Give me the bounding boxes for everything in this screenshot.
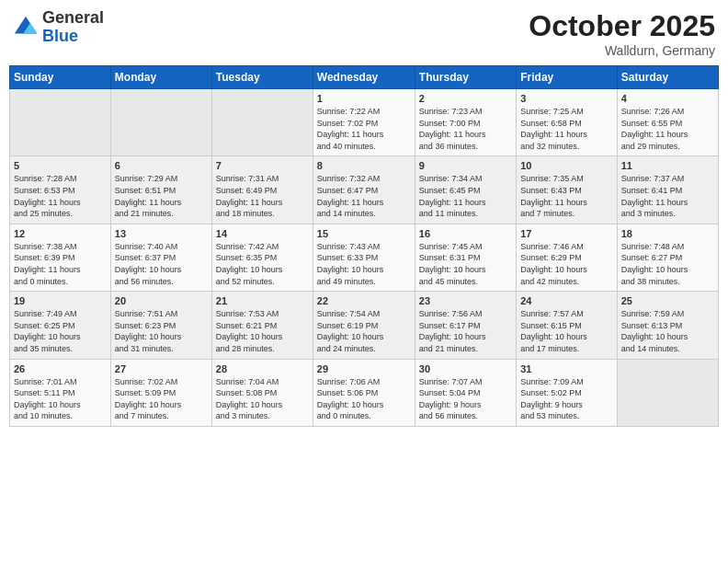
calendar-cell: 10Sunrise: 7:35 AM Sunset: 6:43 PM Dayli…	[517, 156, 617, 224]
cell-content: Sunrise: 7:57 AM Sunset: 6:15 PM Dayligh…	[520, 308, 612, 354]
logo-text: General Blue	[42, 9, 104, 46]
calendar-week-row: 19Sunrise: 7:49 AM Sunset: 6:25 PM Dayli…	[10, 292, 719, 359]
cell-content: Sunrise: 7:28 AM Sunset: 6:53 PM Dayligh…	[14, 173, 107, 219]
day-number: 1	[317, 93, 411, 104]
day-number: 30	[419, 363, 512, 374]
day-number: 25	[621, 295, 714, 306]
day-number: 7	[216, 160, 309, 171]
cell-content: Sunrise: 7:26 AM Sunset: 6:55 PM Dayligh…	[621, 106, 714, 152]
calendar-cell: 8Sunrise: 7:32 AM Sunset: 6:47 PM Daylig…	[313, 156, 415, 224]
cell-content: Sunrise: 7:07 AM Sunset: 5:04 PM Dayligh…	[419, 376, 512, 422]
cell-content: Sunrise: 7:25 AM Sunset: 6:58 PM Dayligh…	[520, 106, 612, 152]
day-number: 2	[419, 93, 512, 104]
day-number: 14	[216, 228, 309, 239]
cell-content: Sunrise: 7:56 AM Sunset: 6:17 PM Dayligh…	[419, 308, 512, 354]
calendar-cell: 29Sunrise: 7:06 AM Sunset: 5:06 PM Dayli…	[313, 359, 415, 426]
page-header: General Blue October 2025 Walldurn, Germ…	[9, 9, 719, 58]
weekday-header: Wednesday	[313, 66, 415, 89]
cell-content: Sunrise: 7:54 AM Sunset: 6:19 PM Dayligh…	[317, 308, 411, 354]
calendar-cell: 25Sunrise: 7:59 AM Sunset: 6:13 PM Dayli…	[617, 292, 718, 359]
cell-content: Sunrise: 7:43 AM Sunset: 6:33 PM Dayligh…	[317, 241, 411, 287]
calendar-cell: 27Sunrise: 7:02 AM Sunset: 5:09 PM Dayli…	[110, 359, 211, 426]
day-number: 8	[317, 160, 411, 171]
cell-content: Sunrise: 7:02 AM Sunset: 5:09 PM Dayligh…	[115, 376, 208, 422]
cell-content: Sunrise: 7:31 AM Sunset: 6:49 PM Dayligh…	[216, 173, 309, 219]
cell-content: Sunrise: 7:40 AM Sunset: 6:37 PM Dayligh…	[115, 241, 208, 287]
calendar-cell: 17Sunrise: 7:46 AM Sunset: 6:29 PM Dayli…	[517, 224, 617, 291]
cell-content: Sunrise: 7:53 AM Sunset: 6:21 PM Dayligh…	[216, 308, 309, 354]
cell-content: Sunrise: 7:23 AM Sunset: 7:00 PM Dayligh…	[419, 106, 512, 152]
calendar-cell: 14Sunrise: 7:42 AM Sunset: 6:35 PM Dayli…	[211, 224, 313, 291]
logo-general: General	[42, 8, 104, 27]
day-number: 20	[115, 295, 208, 306]
day-number: 9	[419, 160, 512, 171]
location: Walldurn, Germany	[529, 43, 715, 58]
day-number: 15	[317, 228, 411, 239]
day-number: 19	[14, 295, 107, 306]
calendar-cell: 26Sunrise: 7:01 AM Sunset: 5:11 PM Dayli…	[10, 359, 111, 426]
cell-content: Sunrise: 7:22 AM Sunset: 7:02 PM Dayligh…	[317, 106, 411, 152]
day-number: 12	[14, 228, 107, 239]
logo: General Blue	[13, 9, 104, 46]
day-number: 26	[14, 363, 107, 374]
calendar-cell: 16Sunrise: 7:45 AM Sunset: 6:31 PM Dayli…	[415, 224, 516, 291]
weekday-header: Friday	[517, 66, 617, 89]
day-number: 18	[621, 228, 714, 239]
calendar-cell	[617, 359, 718, 426]
calendar-cell: 7Sunrise: 7:31 AM Sunset: 6:49 PM Daylig…	[211, 156, 313, 224]
cell-content: Sunrise: 7:06 AM Sunset: 5:06 PM Dayligh…	[317, 376, 411, 422]
cell-content: Sunrise: 7:49 AM Sunset: 6:25 PM Dayligh…	[14, 308, 107, 354]
cell-content: Sunrise: 7:42 AM Sunset: 6:35 PM Dayligh…	[216, 241, 309, 287]
day-number: 27	[115, 363, 208, 374]
weekday-header: Saturday	[617, 66, 718, 89]
calendar: SundayMondayTuesdayWednesdayThursdayFrid…	[9, 65, 719, 427]
calendar-cell: 2Sunrise: 7:23 AM Sunset: 7:00 PM Daylig…	[415, 89, 516, 156]
calendar-cell: 31Sunrise: 7:09 AM Sunset: 5:02 PM Dayli…	[517, 359, 617, 426]
cell-content: Sunrise: 7:51 AM Sunset: 6:23 PM Dayligh…	[115, 308, 208, 354]
cell-content: Sunrise: 7:45 AM Sunset: 6:31 PM Dayligh…	[419, 241, 512, 287]
calendar-week-row: 12Sunrise: 7:38 AM Sunset: 6:39 PM Dayli…	[10, 224, 719, 291]
calendar-cell: 9Sunrise: 7:34 AM Sunset: 6:45 PM Daylig…	[415, 156, 516, 224]
day-number: 23	[419, 295, 512, 306]
day-number: 31	[520, 363, 612, 374]
calendar-cell: 22Sunrise: 7:54 AM Sunset: 6:19 PM Dayli…	[313, 292, 415, 359]
cell-content: Sunrise: 7:01 AM Sunset: 5:11 PM Dayligh…	[14, 376, 107, 422]
calendar-cell: 15Sunrise: 7:43 AM Sunset: 6:33 PM Dayli…	[313, 224, 415, 291]
day-number: 22	[317, 295, 411, 306]
weekday-header: Tuesday	[211, 66, 313, 89]
day-number: 11	[621, 160, 714, 171]
calendar-cell: 19Sunrise: 7:49 AM Sunset: 6:25 PM Dayli…	[10, 292, 111, 359]
calendar-cell: 23Sunrise: 7:56 AM Sunset: 6:17 PM Dayli…	[415, 292, 516, 359]
calendar-cell: 4Sunrise: 7:26 AM Sunset: 6:55 PM Daylig…	[617, 89, 718, 156]
calendar-cell: 6Sunrise: 7:29 AM Sunset: 6:51 PM Daylig…	[110, 156, 211, 224]
day-number: 16	[419, 228, 512, 239]
calendar-week-row: 26Sunrise: 7:01 AM Sunset: 5:11 PM Dayli…	[10, 359, 719, 426]
calendar-cell: 24Sunrise: 7:57 AM Sunset: 6:15 PM Dayli…	[517, 292, 617, 359]
cell-content: Sunrise: 7:29 AM Sunset: 6:51 PM Dayligh…	[115, 173, 208, 219]
calendar-cell: 21Sunrise: 7:53 AM Sunset: 6:21 PM Dayli…	[211, 292, 313, 359]
day-number: 28	[216, 363, 309, 374]
cell-content: Sunrise: 7:37 AM Sunset: 6:41 PM Dayligh…	[621, 173, 714, 219]
logo-blue: Blue	[42, 27, 78, 45]
weekday-header: Monday	[110, 66, 211, 89]
calendar-cell: 28Sunrise: 7:04 AM Sunset: 5:08 PM Dayli…	[211, 359, 313, 426]
day-number: 3	[520, 93, 612, 104]
cell-content: Sunrise: 7:35 AM Sunset: 6:43 PM Dayligh…	[520, 173, 612, 219]
cell-content: Sunrise: 7:48 AM Sunset: 6:27 PM Dayligh…	[621, 241, 714, 287]
calendar-cell: 3Sunrise: 7:25 AM Sunset: 6:58 PM Daylig…	[517, 89, 617, 156]
calendar-cell: 30Sunrise: 7:07 AM Sunset: 5:04 PM Dayli…	[415, 359, 516, 426]
cell-content: Sunrise: 7:59 AM Sunset: 6:13 PM Dayligh…	[621, 308, 714, 354]
title-block: October 2025 Walldurn, Germany	[529, 9, 715, 58]
day-number: 5	[14, 160, 107, 171]
calendar-cell: 18Sunrise: 7:48 AM Sunset: 6:27 PM Dayli…	[617, 224, 718, 291]
cell-content: Sunrise: 7:46 AM Sunset: 6:29 PM Dayligh…	[520, 241, 612, 287]
day-number: 10	[520, 160, 612, 171]
day-number: 21	[216, 295, 309, 306]
day-number: 6	[115, 160, 208, 171]
calendar-cell	[10, 89, 111, 156]
calendar-cell: 13Sunrise: 7:40 AM Sunset: 6:37 PM Dayli…	[110, 224, 211, 291]
cell-content: Sunrise: 7:34 AM Sunset: 6:45 PM Dayligh…	[419, 173, 512, 219]
calendar-cell: 1Sunrise: 7:22 AM Sunset: 7:02 PM Daylig…	[313, 89, 415, 156]
weekday-header: Thursday	[415, 66, 516, 89]
weekday-header: Sunday	[10, 66, 111, 89]
